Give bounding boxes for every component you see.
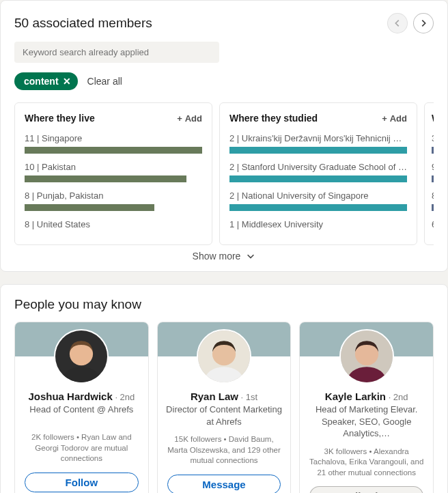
clear-all-button[interactable]: Clear all bbox=[87, 76, 122, 87]
facet-bar-track bbox=[25, 175, 202, 182]
facet-bar-fill bbox=[229, 175, 407, 182]
facet-bar-label: 1 | Middlesex University bbox=[229, 219, 407, 229]
facet-add-button[interactable]: + Add bbox=[382, 113, 407, 124]
person-name[interactable]: Joshua Hardwick bbox=[28, 391, 112, 402]
person-headline: Head of Content @ Ahrefs bbox=[23, 402, 140, 425]
facet-add-button[interactable]: + Add bbox=[177, 113, 202, 124]
person-meta: 3K followers • Alexandra Tachalova, Erik… bbox=[300, 440, 433, 487]
facet-bar-row[interactable]: 6 bbox=[432, 219, 434, 229]
person-card[interactable]: Ryan Law · 1stDirector of Content Market… bbox=[157, 322, 292, 493]
pymk-title: People you may know bbox=[14, 297, 434, 312]
facet-header: W bbox=[432, 113, 434, 124]
chevron-down-icon bbox=[246, 251, 255, 261]
show-more-button[interactable]: Show more bbox=[14, 245, 434, 262]
facet-bar-track bbox=[432, 175, 434, 182]
facet-where-they-live: Where they live + Add 11 | Singapore10 |… bbox=[14, 102, 212, 245]
connection-degree: · 1st bbox=[238, 392, 257, 402]
facet-bar-fill bbox=[432, 147, 434, 154]
connection-degree: · 2nd bbox=[386, 392, 408, 402]
keyword-search-input[interactable] bbox=[14, 42, 219, 63]
carousel-prev-button[interactable] bbox=[387, 13, 408, 33]
facet-bar-fill bbox=[25, 175, 186, 182]
facet-bar-row[interactable]: 2 | Ukrains'kij Deržavnij Mors'kij Tehni… bbox=[229, 133, 407, 154]
facet-bar-track bbox=[229, 204, 407, 211]
avatar[interactable] bbox=[54, 329, 109, 384]
facet-bar-track bbox=[432, 204, 434, 211]
avatar-icon bbox=[55, 330, 107, 382]
facet-bar-track bbox=[432, 147, 434, 154]
people-row: Joshua Hardwick · 2ndHead of Content @ A… bbox=[14, 322, 434, 493]
facet-bar-fill bbox=[432, 204, 434, 211]
person-name-line: Joshua Hardwick · 2nd bbox=[28, 391, 135, 402]
person-name[interactable]: Ryan Law bbox=[191, 391, 238, 402]
avatar[interactable] bbox=[197, 329, 251, 384]
facet-bar-label: 10 | Pakistan bbox=[25, 162, 202, 172]
facet-title: Where they studied bbox=[229, 113, 318, 124]
facet-bar-row[interactable]: 11 | Singapore bbox=[25, 133, 202, 154]
facet-bar-row[interactable]: 8 | United States bbox=[25, 219, 202, 229]
facet-bar-label: 2 | Ukrains'kij Deržavnij Mors'kij Tehni… bbox=[229, 133, 407, 143]
facet-bar-track bbox=[25, 204, 202, 211]
filter-row: content ✕ Clear all bbox=[14, 72, 434, 90]
facet-add-label: Add bbox=[185, 113, 202, 124]
facet-bar-row[interactable]: 3 bbox=[432, 133, 434, 154]
person-headline: Director of Content Marketing at Ahrefs bbox=[158, 402, 291, 427]
facet-title: Where they live bbox=[25, 113, 95, 124]
facet-bar-fill bbox=[432, 175, 434, 182]
facet-bar-row[interactable]: 8 bbox=[432, 191, 434, 211]
show-more-label: Show more bbox=[193, 251, 241, 262]
follow-button[interactable]: Follow bbox=[25, 473, 139, 492]
members-title: 50 associated members bbox=[14, 16, 152, 31]
facet-bar-label: 2 | Stanford University Graduate School … bbox=[229, 162, 407, 172]
associated-members-card: 50 associated members content ✕ Clear al… bbox=[0, 0, 448, 272]
facet-header: Where they live + Add bbox=[25, 113, 202, 124]
facet-bar-fill bbox=[25, 204, 154, 211]
facet-bar-fill bbox=[25, 147, 202, 154]
chevron-left-icon bbox=[393, 18, 402, 28]
facet-bar-fill bbox=[229, 204, 407, 211]
facet-bar-track bbox=[229, 147, 407, 154]
facet-title: W bbox=[432, 113, 434, 124]
avatar[interactable] bbox=[339, 329, 394, 384]
members-header: 50 associated members bbox=[14, 13, 434, 33]
person-headline: Head of Marketing Elevar. Speaker, SEO, … bbox=[300, 402, 433, 440]
facet-bar-track bbox=[25, 147, 202, 154]
filter-chip-content[interactable]: content ✕ bbox=[14, 72, 78, 90]
facet-bar-row[interactable]: 1 | Middlesex University bbox=[229, 219, 407, 229]
message-button[interactable]: Message bbox=[167, 475, 281, 493]
facet-bar-label: 6 bbox=[432, 219, 434, 229]
person-card[interactable]: Kayle Larkin · 2ndHead of Marketing Elev… bbox=[299, 322, 434, 493]
facet-bar-row[interactable]: 8 | Punjab, Pakistan bbox=[25, 191, 202, 211]
chevron-right-icon bbox=[419, 18, 428, 28]
facet-bar-label: 11 | Singapore bbox=[25, 133, 202, 143]
person-meta: 15K followers • David Baum, Marta Olszew… bbox=[158, 427, 291, 475]
plus-icon: + bbox=[177, 113, 182, 124]
facet-bar-fill bbox=[229, 147, 407, 154]
facet-bar-track bbox=[229, 175, 407, 182]
facet-where-they-studied: Where they studied + Add 2 | Ukrains'kij… bbox=[219, 102, 417, 245]
people-you-may-know-card: People you may know Joshua Hardwick · 2n… bbox=[0, 284, 448, 493]
person-meta: 2K followers • Ryan Law and Georgi Todor… bbox=[15, 425, 148, 473]
facet-add-label: Add bbox=[390, 113, 407, 124]
facet-bar-label: 8 bbox=[432, 191, 434, 201]
remove-filter-icon[interactable]: ✕ bbox=[63, 76, 71, 86]
facet-bar-label: 2 | National University of Singapore bbox=[229, 191, 407, 201]
facet-bar-row[interactable]: 2 | Stanford University Graduate School … bbox=[229, 162, 407, 182]
filter-chip-label: content bbox=[24, 76, 59, 87]
facet-bar-label: 8 | United States bbox=[25, 219, 202, 229]
connection-degree: · 2nd bbox=[113, 392, 135, 402]
avatar-icon bbox=[341, 330, 393, 382]
facet-bar-label: 9 bbox=[432, 162, 434, 172]
following-button[interactable]: Following bbox=[309, 486, 423, 493]
person-card[interactable]: Joshua Hardwick · 2ndHead of Content @ A… bbox=[14, 322, 149, 493]
person-name-line: Kayle Larkin · 2nd bbox=[325, 391, 408, 402]
facet-bar-row[interactable]: 10 | Pakistan bbox=[25, 162, 202, 182]
facet-bar-label: 3 bbox=[432, 133, 434, 143]
carousel-next-button[interactable] bbox=[413, 13, 434, 33]
person-name[interactable]: Kayle Larkin bbox=[325, 391, 386, 402]
facet-carousel: Where they live + Add 11 | Singapore10 |… bbox=[14, 102, 434, 245]
carousel-nav bbox=[387, 13, 434, 33]
plus-icon: + bbox=[382, 113, 387, 124]
facet-bar-row[interactable]: 9 bbox=[432, 162, 434, 182]
facet-bar-row[interactable]: 2 | National University of Singapore bbox=[229, 191, 407, 211]
